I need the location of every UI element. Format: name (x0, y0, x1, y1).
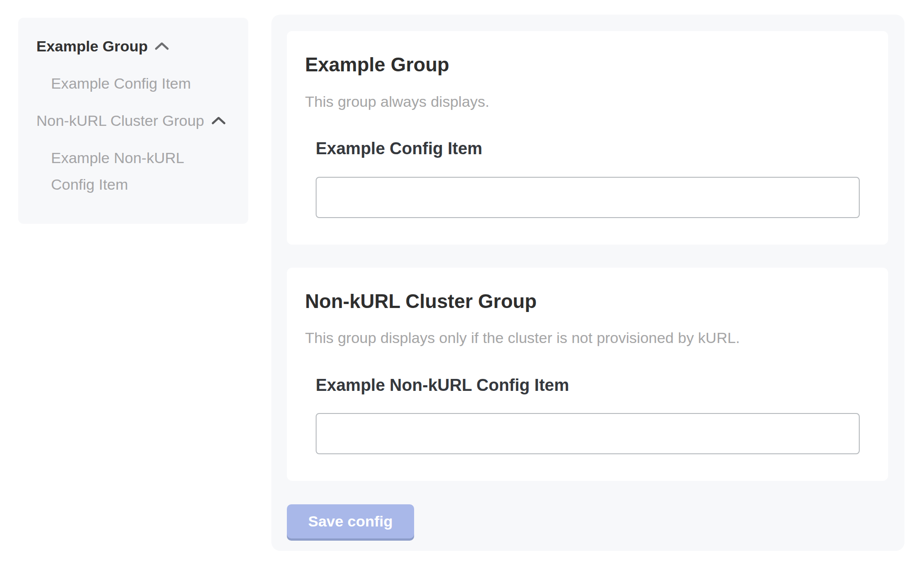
group-description: This group always displays. (305, 92, 860, 111)
chevron-up-icon (155, 42, 169, 51)
save-config-button[interactable]: Save config (287, 504, 414, 538)
example-config-item-input[interactable] (316, 177, 860, 218)
chevron-up-icon (211, 116, 226, 125)
group-title: Example Group (305, 53, 860, 77)
group-description: This group displays only if the cluster … (305, 328, 860, 347)
group-title: Non-kURL Cluster Group (305, 290, 860, 313)
sidebar-group-example-group[interactable]: Example Group (36, 33, 231, 59)
sidebar-group-label: Non-kURL Cluster Group (36, 107, 204, 134)
sidebar-group-non-kurl-cluster-group[interactable]: Non-kURL Cluster Group (36, 107, 231, 134)
config-group-card-non-kurl-cluster-group: Non-kURL Cluster Group This group displa… (287, 268, 888, 481)
config-item: Example Config Item (316, 139, 860, 218)
example-non-kurl-config-item-input[interactable] (316, 413, 860, 454)
config-group-card-example-group: Example Group This group always displays… (287, 31, 888, 245)
sidebar-item-example-config-item[interactable]: Example Config Item (51, 70, 211, 97)
config-item-label: Example Config Item (316, 139, 860, 159)
config-item-label: Example Non-kURL Config Item (316, 375, 860, 396)
sidebar-item-example-non-kurl-config-item[interactable]: Example Non-kURL Config Item (51, 144, 211, 198)
config-nav-sidebar: Example Group Example Config Item Non-kU… (18, 18, 248, 224)
config-panel: Example Group This group always displays… (271, 15, 904, 551)
sidebar-group-label: Example Group (36, 33, 148, 59)
config-item: Example Non-kURL Config Item (316, 375, 860, 455)
